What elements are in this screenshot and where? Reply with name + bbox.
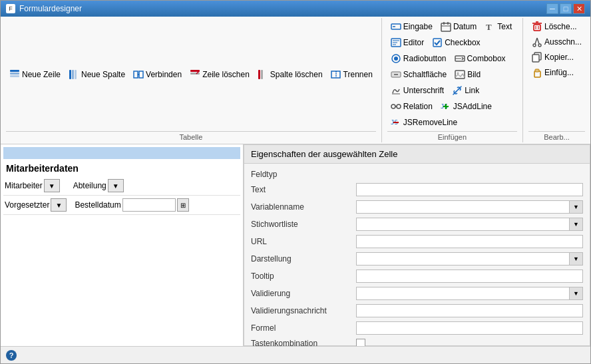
radiobutton-icon bbox=[391, 53, 401, 64]
variablenname-input[interactable] bbox=[356, 200, 570, 214]
svg-rect-5 bbox=[75, 70, 77, 79]
close-button[interactable]: ✕ bbox=[573, 3, 585, 14]
unterschrift-icon bbox=[391, 85, 401, 96]
text-prop-label: Text bbox=[251, 185, 351, 194]
ausschneiden-button[interactable]: Ausschn... bbox=[528, 35, 585, 49]
darstellung-input[interactable] bbox=[356, 252, 570, 266]
tastenkombination-checkbox[interactable] bbox=[356, 339, 365, 346]
bottom-bar: ? bbox=[1, 346, 590, 363]
neue-spalte-label: Neue Spalte bbox=[81, 70, 125, 79]
svg-rect-4 bbox=[72, 70, 74, 79]
url-input[interactable] bbox=[356, 235, 583, 248]
trennen-icon bbox=[331, 69, 341, 80]
kopieren-button[interactable]: Kopier... bbox=[528, 50, 585, 65]
loeschen-button[interactable]: Lösche... bbox=[528, 19, 585, 34]
ausschneiden-label: Ausschn... bbox=[544, 37, 582, 47]
darstellung-dropdown-btn[interactable]: ▼ bbox=[570, 252, 583, 266]
editor-label: Editor bbox=[403, 38, 424, 47]
einfuegen-label: Einfüg... bbox=[544, 68, 574, 77]
svg-rect-56 bbox=[532, 55, 539, 62]
text-label: Text bbox=[497, 22, 512, 31]
validierungsnachricht-label: Validierungsnachricht bbox=[251, 306, 351, 315]
link-icon bbox=[452, 85, 463, 96]
datum-button[interactable]: Datum bbox=[437, 19, 480, 34]
stichwortliste-input[interactable] bbox=[356, 218, 570, 231]
jsaddline-button[interactable]: JS JSAddLine bbox=[437, 99, 495, 114]
vorgesetzter-label: Vorgesetzter bbox=[5, 200, 49, 210]
form-header-row bbox=[3, 147, 240, 159]
feldtyp-label: Feldtyp bbox=[251, 170, 351, 179]
zeile-loeschen-button[interactable]: Zeile löschen bbox=[186, 19, 253, 130]
svg-rect-1 bbox=[10, 73, 19, 75]
svg-point-35 bbox=[457, 73, 459, 75]
svg-point-29 bbox=[394, 57, 398, 61]
properties-header: Eigenschaften der ausgewählten Zelle bbox=[244, 145, 590, 164]
svg-rect-13 bbox=[261, 70, 263, 79]
verbinden-button[interactable]: Verbinden bbox=[130, 19, 185, 130]
unterschrift-button[interactable]: Unterschrift bbox=[387, 83, 447, 98]
svg-rect-6 bbox=[134, 71, 138, 78]
mitarbeiter-label: Mitarbeiter bbox=[5, 181, 43, 190]
validierung-field: ▼ bbox=[356, 287, 583, 300]
link-button[interactable]: Link bbox=[449, 83, 483, 98]
bestelldatum-cal-button[interactable]: ⊞ bbox=[177, 198, 189, 212]
jsremoveline-button[interactable]: JS JSRemoveLine bbox=[387, 115, 461, 130]
tooltip-input[interactable] bbox=[356, 270, 583, 283]
mitarbeiter-cell: Mitarbeiter ▼ bbox=[5, 179, 60, 192]
stichwortliste-label: Stichwortliste bbox=[251, 220, 351, 229]
ausschneiden-icon bbox=[532, 37, 542, 47]
trennen-button[interactable]: Trennen bbox=[327, 19, 376, 130]
form-panel: Mitarbeiterdaten Mitarbeiter ▼ Abteilung… bbox=[1, 144, 244, 346]
prop-row-url: URL bbox=[248, 233, 586, 250]
url-label: URL bbox=[251, 237, 351, 246]
stichwortliste-dropdown-btn[interactable]: ▼ bbox=[570, 218, 583, 231]
checkbox-label: Checkbox bbox=[445, 38, 480, 47]
text-input[interactable] bbox=[356, 183, 583, 196]
svg-line-37 bbox=[455, 89, 459, 92]
variablenname-dropdown-btn[interactable]: ▼ bbox=[570, 200, 583, 214]
svg-point-38 bbox=[391, 104, 395, 108]
einfuegen-button[interactable]: Einfüg... bbox=[528, 65, 585, 80]
editor-button[interactable]: Editor bbox=[387, 35, 427, 50]
toolbar-section-tabelle: Neue Zeile Neue Spalte Verbinden bbox=[1, 18, 382, 142]
text-button[interactable]: T Text bbox=[481, 19, 515, 34]
darstellung-field: ▼ bbox=[356, 252, 583, 266]
abteilung-dropdown[interactable]: ▼ bbox=[108, 179, 124, 192]
mitarbeiter-dropdown[interactable]: ▼ bbox=[44, 179, 60, 192]
datum-label: Datum bbox=[453, 22, 477, 31]
bild-icon bbox=[455, 69, 465, 80]
vorgesetzter-dropdown[interactable]: ▼ bbox=[51, 198, 67, 212]
neue-spalte-button[interactable]: Neue Spalte bbox=[65, 19, 128, 130]
unterschrift-label: Unterschrift bbox=[403, 86, 444, 95]
main-window: F Formulardesigner ─ □ ✕ Neue Zeile bbox=[0, 0, 591, 364]
variablenname-field: ▼ bbox=[356, 200, 583, 214]
tastenkombination-label: Tastenkombination bbox=[251, 339, 351, 346]
checkbox-button[interactable]: Checkbox bbox=[429, 35, 483, 50]
minimize-button[interactable]: ─ bbox=[546, 3, 558, 14]
tabelle-section-label: Tabelle bbox=[6, 131, 376, 142]
validierung-dropdown-btn[interactable]: ▼ bbox=[570, 287, 583, 300]
relation-button[interactable]: Relation bbox=[387, 99, 436, 114]
validierungsnachricht-input[interactable] bbox=[356, 304, 583, 317]
maximize-button[interactable]: □ bbox=[560, 3, 572, 14]
spalte-loeschen-icon bbox=[258, 69, 268, 80]
bestelldatum-input[interactable] bbox=[122, 198, 176, 212]
spalte-loeschen-button[interactable]: Spalte löschen bbox=[254, 19, 326, 130]
help-icon[interactable]: ? bbox=[6, 350, 17, 361]
combobox-button[interactable]: Combobox bbox=[451, 51, 509, 66]
prop-row-validierungsnachricht: Validierungsnachricht bbox=[248, 302, 586, 319]
bestelldatum-cell: Bestelldatum ⊞ bbox=[75, 198, 188, 212]
prop-row-variablenname: Variablenname ▼ bbox=[248, 198, 586, 216]
schaltflaeche-button[interactable]: Schaltfläche bbox=[387, 67, 450, 82]
formel-input[interactable] bbox=[356, 321, 583, 335]
bild-button[interactable]: Bild bbox=[451, 67, 484, 82]
toolbar: Neue Zeile Neue Spalte Verbinden bbox=[1, 17, 590, 144]
datum-icon bbox=[441, 21, 451, 32]
svg-line-54 bbox=[537, 38, 539, 44]
svg-point-52 bbox=[538, 44, 541, 47]
eingabe-button[interactable]: Eingabe bbox=[387, 19, 436, 34]
window-icon: F bbox=[6, 4, 15, 13]
neue-zeile-button[interactable]: Neue Zeile bbox=[6, 19, 64, 130]
radiobutton-button[interactable]: Radiobutton bbox=[387, 51, 450, 66]
validierung-input[interactable] bbox=[356, 287, 570, 300]
